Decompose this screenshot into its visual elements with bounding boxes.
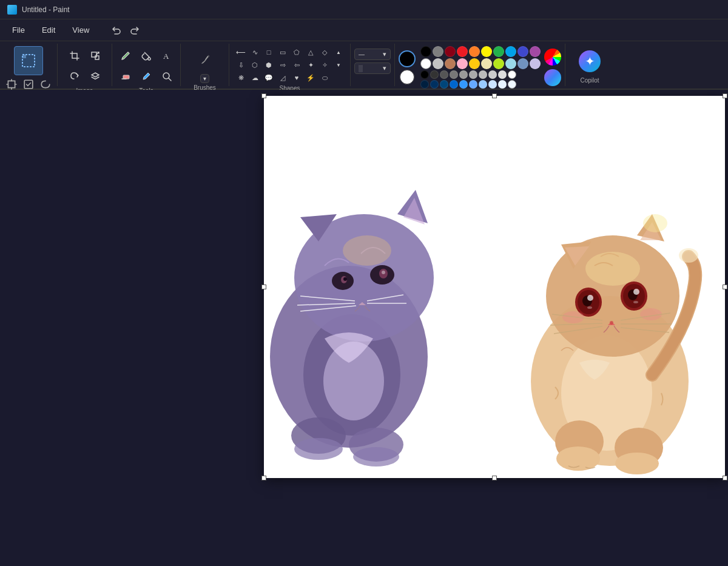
swatch2-black[interactable] — [420, 70, 429, 79]
swatch2-g2[interactable] — [440, 70, 448, 79]
layers-button[interactable] — [86, 67, 105, 86]
copilot-button[interactable]: ✦ — [569, 48, 610, 75]
swatch-cyan[interactable] — [505, 46, 516, 57]
resize-button[interactable] — [86, 46, 105, 66]
redo-button[interactable] — [127, 22, 143, 38]
pentagon-shape-btn[interactable]: ⬠ — [290, 46, 303, 58]
swatch-gold[interactable] — [469, 58, 480, 69]
swatch3-b4[interactable] — [450, 80, 458, 89]
swatch2-g5[interactable] — [469, 70, 477, 79]
handle-midleft[interactable] — [261, 285, 266, 289]
swatch2-g8[interactable] — [498, 70, 507, 79]
swatch-purple[interactable] — [530, 46, 541, 57]
swatch-yellow[interactable] — [481, 46, 492, 57]
right-arrow-shape-btn[interactable]: ⇨ — [276, 59, 289, 71]
background-color-box[interactable] — [400, 70, 414, 84]
swatch2-g1[interactable] — [430, 70, 439, 79]
pencil-tool-button[interactable] — [116, 46, 135, 66]
shape-fill-dropdown[interactable]: ░ ▾ — [354, 62, 391, 74]
swatch-gray[interactable] — [433, 46, 443, 57]
left-arrow-shape-btn[interactable]: ⇦ — [290, 59, 303, 71]
triangle-shape-btn[interactable]: △ — [304, 46, 317, 58]
swatch2-g6[interactable] — [479, 70, 487, 79]
handle-topmid[interactable] — [492, 93, 497, 98]
swatch3-b3[interactable] — [440, 80, 448, 89]
swatch-darkred[interactable] — [445, 46, 456, 57]
copilot-colors-button[interactable] — [544, 69, 561, 86]
swatch3-b9[interactable] — [498, 80, 507, 89]
swatch-lime[interactable] — [493, 58, 504, 69]
speech-bubble-shape-btn[interactable]: 💬 — [262, 72, 275, 84]
crop-select-button[interactable] — [4, 78, 19, 91]
rotate-flip-button[interactable] — [65, 67, 84, 86]
crop-button[interactable] — [65, 46, 84, 66]
swatch-lavender[interactable] — [530, 58, 541, 69]
cloud-shape-btn[interactable]: ☁ — [248, 72, 261, 84]
star6-shape-btn[interactable]: ✧ — [318, 59, 331, 71]
image-select-button[interactable] — [21, 78, 36, 91]
swatch-blue[interactable] — [517, 46, 528, 57]
swatch2-white[interactable] — [508, 70, 516, 79]
swatch3-b10[interactable] — [508, 80, 516, 89]
handle-midright[interactable] — [723, 285, 727, 289]
line-shape-btn[interactable]: ⟵ — [234, 46, 248, 58]
diamond-shape-btn[interactable]: ◇ — [318, 46, 331, 58]
heart-shape-btn[interactable]: ♥ — [290, 72, 303, 84]
swatch3-b2[interactable] — [430, 80, 439, 89]
rect-shape-btn[interactable]: □ — [262, 46, 275, 58]
star4-shape-btn[interactable]: ✦ — [304, 59, 317, 71]
lasso-select-button[interactable] — [38, 78, 53, 91]
fill-tool-button[interactable] — [136, 46, 156, 66]
selection-tool-button[interactable] — [14, 46, 43, 75]
swatch-orange[interactable] — [469, 46, 480, 57]
swatch-ltgray[interactable] — [433, 58, 443, 69]
shape-outline-dropdown[interactable]: — ▾ — [354, 49, 391, 60]
scroll-down-shapes[interactable]: ▼ — [332, 59, 345, 71]
menu-edit[interactable]: Edit — [35, 23, 62, 37]
lightning-shape-btn[interactable]: ⚡ — [304, 72, 317, 84]
brush-main-button[interactable] — [190, 46, 220, 73]
hexagon-shape-btn[interactable]: ⬡ — [248, 59, 261, 71]
swatch2-g7[interactable] — [488, 70, 497, 79]
swatch2-g4[interactable] — [459, 70, 468, 79]
scroll-up-shapes[interactable]: ▲ — [332, 46, 345, 58]
undo-button[interactable] — [109, 22, 124, 38]
foreground-color-box[interactable] — [399, 50, 416, 67]
swatch-pink[interactable] — [457, 58, 468, 69]
swatch3-b8[interactable] — [488, 80, 497, 89]
swatch-green[interactable] — [493, 46, 504, 57]
paint-canvas[interactable] — [264, 96, 725, 478]
text-tool-button[interactable]: A — [157, 46, 177, 66]
swatch-cream[interactable] — [481, 58, 492, 69]
arrow-down-shape-btn[interactable]: ⇩ — [234, 59, 248, 71]
handle-bottomright[interactable] — [723, 476, 727, 480]
handle-bottomleft[interactable] — [261, 476, 266, 480]
swatch3-b1[interactable] — [420, 80, 429, 89]
eraser-tool-button[interactable] — [116, 67, 135, 86]
swatch-slate[interactable] — [517, 58, 528, 69]
swatch-white[interactable] — [420, 58, 431, 69]
canvas-workspace[interactable] — [0, 90, 728, 561]
swatch3-b5[interactable] — [459, 80, 468, 89]
handle-bottommid[interactable] — [492, 476, 497, 480]
swatch-ltblue[interactable] — [505, 58, 516, 69]
callout-shape-btn[interactable]: ◿ — [276, 72, 289, 84]
swatch3-b6[interactable] — [469, 80, 477, 89]
swatch3-b7[interactable] — [479, 80, 487, 89]
oval-shape-btn[interactable]: ⬭ — [318, 72, 331, 84]
menu-view[interactable]: View — [65, 23, 96, 37]
swatch-black[interactable] — [420, 46, 431, 57]
color-wheel-button[interactable] — [544, 49, 561, 66]
menu-file[interactable]: File — [5, 23, 32, 37]
swatch-red[interactable] — [457, 46, 468, 57]
swatch-brown[interactable] — [445, 58, 456, 69]
rounded-rect-shape-btn[interactable]: ▭ — [276, 46, 289, 58]
handle-topleft[interactable] — [261, 93, 266, 98]
curve-shape-btn[interactable]: ∿ — [248, 46, 261, 58]
octagon-shape-btn[interactable]: ⬢ — [262, 59, 275, 71]
handle-topright[interactable] — [723, 93, 727, 98]
flower-shape-btn[interactable]: ❋ — [234, 72, 248, 84]
swatch2-g3[interactable] — [450, 70, 458, 79]
magnifier-button[interactable] — [157, 67, 177, 86]
brush-type-dropdown[interactable]: ▾ — [200, 74, 209, 83]
